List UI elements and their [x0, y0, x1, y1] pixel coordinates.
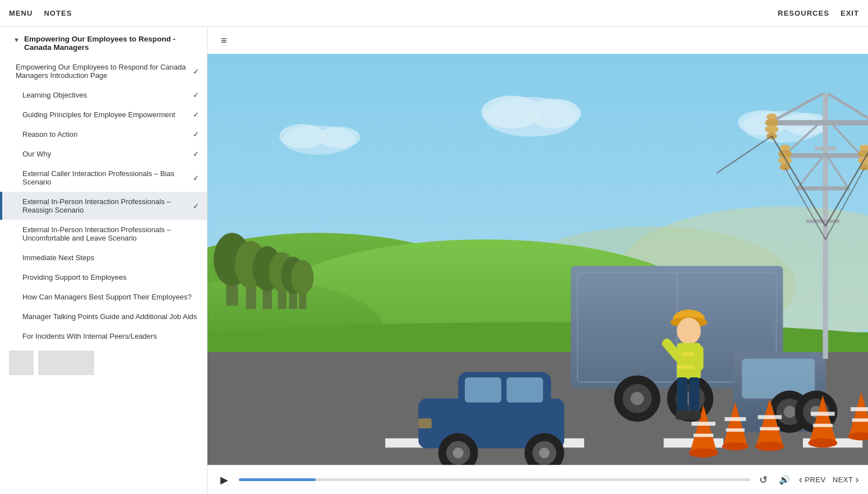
- checkmark-icon: ✓: [193, 91, 199, 99]
- exit-button[interactable]: EXIT: [841, 9, 859, 17]
- progress-bar[interactable]: [239, 478, 750, 481]
- sidebar-item-label: How Can Managers Best Support Their Empl…: [22, 293, 199, 301]
- scene-container: [207, 54, 868, 465]
- play-button[interactable]: ▶: [216, 472, 232, 488]
- svg-rect-79: [811, 412, 835, 415]
- sidebar-item-intro[interactable]: Empowering Our Employees to Respond for …: [0, 57, 207, 85]
- top-bar-right: RESOURCES EXIT: [778, 9, 859, 17]
- sidebar-item-label: Empowering Our Employees to Respond for …: [16, 63, 193, 80]
- sidebar-item-external-inperson-uncomfortable[interactable]: External In-Person Interaction Professio…: [0, 220, 207, 248]
- svg-point-6: [317, 127, 360, 148]
- thumbnail-small: [9, 350, 34, 375]
- svg-rect-80: [813, 424, 833, 427]
- rewind-button[interactable]: ↺: [757, 473, 770, 487]
- menu-button[interactable]: MENU: [9, 9, 33, 17]
- volume-icon: 🔊: [779, 474, 790, 485]
- thumbnail-wide: [38, 350, 94, 375]
- checkmark-icon: ✓: [193, 110, 199, 119]
- top-bar: MENU NOTES RESOURCES EXIT: [0, 0, 868, 27]
- svg-point-26: [291, 260, 313, 294]
- sidebar-item-guiding-principles[interactable]: Guiding Principles for Employee Empowerm…: [0, 105, 207, 124]
- svg-rect-45: [418, 418, 432, 428]
- checkmark-icon: ✓: [193, 174, 199, 182]
- svg-rect-71: [724, 417, 746, 421]
- sidebar-item-label: Manager Talking Points Guide and Additio…: [22, 312, 199, 321]
- sidebar-item-reason-to-action[interactable]: Reason to Action✓: [0, 124, 207, 144]
- sidebar-item-label: External In-Person Interaction Professio…: [22, 197, 193, 214]
- sidebar-item-label: Learning Objectives: [22, 91, 193, 99]
- sidebar-item-label: External Caller Interaction Professional…: [22, 169, 193, 186]
- prev-button[interactable]: ‹ PREV: [799, 474, 826, 486]
- sidebar-item-our-why[interactable]: Our Why✓: [0, 144, 207, 164]
- prev-arrow-icon: ‹: [799, 474, 803, 486]
- next-arrow-icon: ›: [855, 474, 859, 486]
- content-top-bar: ≡: [207, 27, 868, 54]
- player-controls: ▶ ↺ 🔊 ‹ PREV NEXT ›: [207, 465, 868, 494]
- svg-rect-72: [726, 428, 745, 432]
- checkmark-icon: ✓: [193, 202, 199, 210]
- resources-button[interactable]: RESOURCES: [778, 9, 829, 17]
- notes-button[interactable]: NOTES: [44, 9, 72, 17]
- svg-point-41: [453, 447, 464, 458]
- svg-point-73: [722, 442, 749, 450]
- sidebar-items-list: Empowering Our Employees to Respond for …: [0, 57, 207, 346]
- svg-rect-50: [742, 359, 815, 399]
- sidebar-item-label: Immediate Next Steps: [22, 253, 199, 262]
- rewind-icon: ↺: [759, 474, 768, 486]
- sidebar-course-title: ▼ Empowering Our Employees to Respond - …: [0, 27, 207, 57]
- svg-point-81: [808, 438, 837, 448]
- volume-button[interactable]: 🔊: [777, 473, 792, 486]
- sidebar-item-label: External In-Person Interaction Professio…: [22, 225, 199, 242]
- progress-fill: [239, 478, 316, 481]
- svg-point-88: [677, 318, 701, 344]
- checkmark-icon: ✓: [193, 67, 199, 76]
- sidebar-item-learning-objectives[interactable]: Learning Objectives✓: [0, 85, 207, 105]
- hamburger-button[interactable]: ≡: [216, 30, 232, 51]
- svg-point-77: [755, 442, 784, 451]
- content-area: ≡: [207, 27, 868, 494]
- svg-rect-68: [694, 433, 713, 437]
- sidebar-item-manager-talking-points[interactable]: Manager Talking Points Guide and Additio…: [0, 307, 207, 326]
- sidebar-item-external-caller-bias[interactable]: External Caller Interaction Professional…: [0, 164, 207, 192]
- sidebar-item-label: For Incidents With Internal Peers/Leader…: [22, 332, 199, 340]
- svg-rect-76: [760, 427, 779, 431]
- svg-point-137: [765, 126, 779, 133]
- sidebar-item-immediate-next-steps[interactable]: Immediate Next Steps: [0, 248, 207, 267]
- sidebar-item-for-incidents[interactable]: For Incidents With Internal Peers/Leader…: [0, 326, 207, 346]
- sidebar-thumbnails: [0, 346, 207, 384]
- svg-point-62: [784, 406, 796, 418]
- chevron-down-icon: ▼: [13, 36, 20, 43]
- svg-rect-83: [851, 407, 868, 411]
- sidebar-item-how-can-managers[interactable]: How Can Managers Best Support Their Empl…: [0, 287, 207, 307]
- sidebar: ▼ Empowering Our Employees to Respond - …: [0, 27, 207, 494]
- sidebar-item-label: Our Why: [22, 150, 193, 158]
- play-icon: ▶: [220, 474, 228, 486]
- svg-rect-75: [758, 415, 782, 419]
- svg-point-56: [631, 392, 644, 405]
- svg-point-69: [689, 448, 718, 458]
- checkmark-icon: ✓: [193, 150, 199, 158]
- svg-rect-124: [815, 147, 836, 151]
- svg-rect-96: [676, 410, 689, 420]
- sidebar-item-label: Guiding Principles for Employee Empowerm…: [22, 110, 193, 119]
- sidebar-item-providing-support[interactable]: Providing Support to Employees: [0, 267, 207, 287]
- svg-rect-38: [506, 377, 543, 403]
- svg-point-3: [528, 99, 581, 128]
- hamburger-icon: ≡: [221, 35, 227, 46]
- svg-point-44: [539, 447, 550, 458]
- scene-illustration: [207, 54, 868, 465]
- main-layout: ▼ Empowering Our Employees to Respond - …: [0, 27, 868, 494]
- svg-rect-67: [691, 422, 715, 426]
- sidebar-item-external-inperson-reassign[interactable]: External In-Person Interaction Professio…: [0, 192, 207, 220]
- checkmark-icon: ✓: [193, 130, 199, 138]
- svg-rect-37: [465, 377, 501, 403]
- svg-rect-93: [694, 345, 704, 371]
- svg-rect-95: [689, 377, 700, 414]
- svg-rect-84: [852, 418, 868, 422]
- sidebar-item-label: Providing Support to Employees: [22, 273, 199, 281]
- next-button[interactable]: NEXT ›: [833, 474, 859, 486]
- svg-rect-97: [687, 410, 701, 420]
- top-bar-left: MENU NOTES: [9, 9, 72, 17]
- svg-rect-94: [677, 377, 687, 414]
- sidebar-item-label: Reason to Action: [22, 130, 193, 138]
